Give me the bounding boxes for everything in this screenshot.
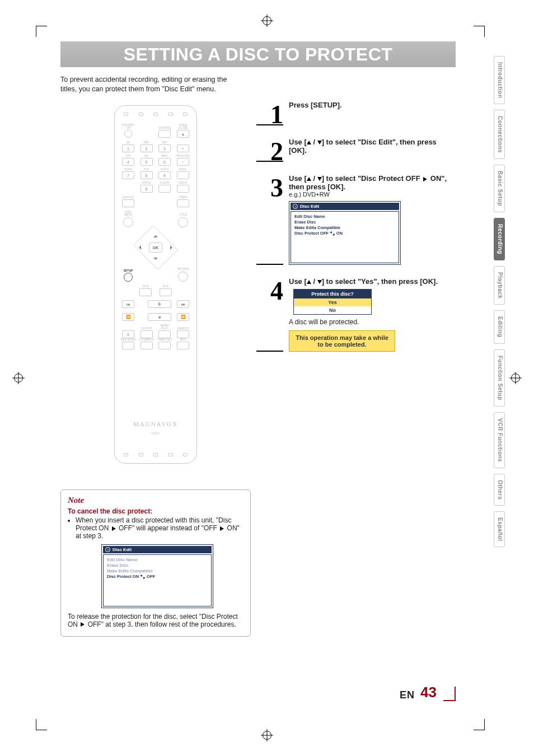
step-3: 3 Use [ / ] to select "Disc Protect OFF … xyxy=(256,174,456,265)
step3-example: e.g.) DVD+RW xyxy=(289,191,456,198)
tab-playback[interactable]: Playback xyxy=(494,266,505,305)
disc-icon xyxy=(105,547,110,552)
arrow-right-icon xyxy=(220,526,224,531)
note-after: To release the protection for the disc, … xyxy=(68,613,243,628)
step4-caption: A disc will be protected. xyxy=(289,318,456,326)
dialog-no: No xyxy=(294,306,371,314)
remote-brand: MAGNAVOX xyxy=(115,421,196,427)
step3-osd: Disc Edit Edit Disc Name Erase Disc Make… xyxy=(289,201,401,265)
page-title-bar: SETTING A DISC TO PROTECT xyxy=(60,41,456,67)
tab-español[interactable]: Español xyxy=(494,511,505,547)
note-bullet: When you insert a disc protected with th… xyxy=(76,516,243,540)
step-1: 1 Press [SETUP]. xyxy=(256,101,456,125)
tab-function-setup[interactable]: Function Setup xyxy=(494,349,505,407)
tab-introduction[interactable]: Introduction xyxy=(494,56,505,104)
disc-icon xyxy=(293,204,298,209)
swap-icon xyxy=(140,575,146,578)
tab-recording[interactable]: Recording xyxy=(494,218,505,260)
intro-text: To prevent accidental recording, editing… xyxy=(60,75,240,94)
arrow-up-icon xyxy=(307,280,311,284)
swap-icon xyxy=(330,232,335,235)
arrow-down-icon xyxy=(317,177,322,181)
footer-page-number: 43 xyxy=(420,684,437,701)
arrow-right-icon xyxy=(112,526,116,531)
note-box: Note To cancel the disc protect: When yo… xyxy=(60,489,251,637)
step-2: 2 Use [ / ] to select "Disc Edit", then … xyxy=(256,138,456,162)
footer-lang: EN xyxy=(400,689,415,701)
remote-model: NB887 xyxy=(115,432,196,435)
dialog-yes: Yes xyxy=(294,298,371,306)
note-osd: Disc Edit Edit Disc Name Erase Disc Make… xyxy=(101,544,213,608)
side-tabs: IntroductionConnectionsBasic SetupRecord… xyxy=(494,56,505,547)
page-title: SETTING A DISC TO PROTECT xyxy=(124,44,393,65)
arrow-up-icon xyxy=(307,141,311,144)
arrow-right-icon xyxy=(423,177,427,181)
arrow-down-icon xyxy=(317,280,322,284)
tab-basic-setup[interactable]: Basic Setup xyxy=(494,165,505,212)
remote-illustration: STANDBY-ON SOURCE OPEN/ CLOSE▲ .@/:1ABC2… xyxy=(114,105,197,464)
note-sub: To cancel the disc protect: xyxy=(68,507,243,515)
tab-editing[interactable]: Editing xyxy=(494,310,505,343)
note-heading: Note xyxy=(68,496,243,505)
arrow-up-icon xyxy=(307,177,311,181)
arrow-down-icon xyxy=(317,141,322,144)
protect-dialog: Protect this disc? Yes No xyxy=(293,289,372,315)
operation-warning: This operation may take a while to be co… xyxy=(289,330,395,352)
arrow-right-icon xyxy=(81,622,85,627)
tab-vcr-functions[interactable]: VCR Functions xyxy=(494,412,505,468)
setup-button-highlight: SETUP xyxy=(120,269,136,282)
step-4: 4 Use [ / ] to select "Yes", then press … xyxy=(256,277,456,352)
tab-others[interactable]: Others xyxy=(494,474,505,506)
page-footer: EN 43 xyxy=(400,684,456,701)
tab-connections[interactable]: Connections xyxy=(494,110,505,159)
